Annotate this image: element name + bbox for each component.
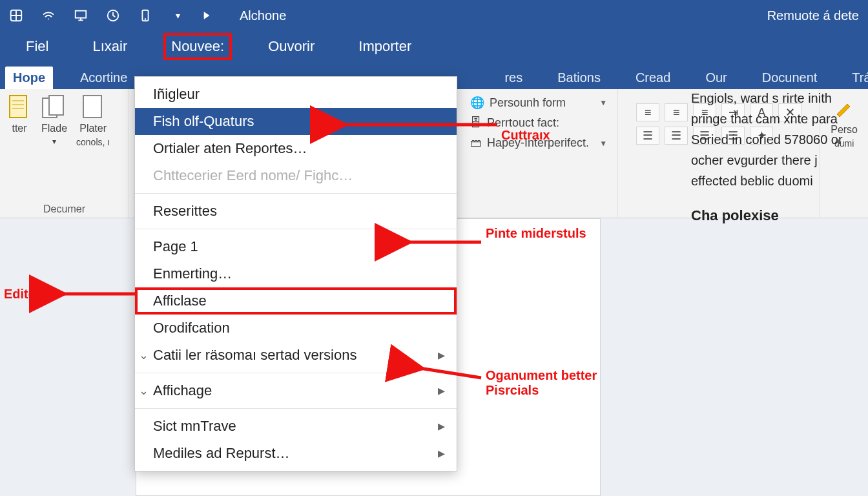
menu-lixair[interactable]: Lıxair [86,34,134,59]
app-icon[interactable] [9,8,23,23]
dd-chttecerier: Chttecerier Eerd nome/ Fighc… [135,162,457,189]
title-bar: ▾ Alchone Remuote á dete [0,0,868,31]
ribbon-btn-plater[interactable]: Plater conols, ı [76,94,110,201]
app-title: Alchone [240,8,286,23]
tab-cread[interactable]: Cread [628,67,678,89]
quick-access-toolbar: ▾ [9,8,180,23]
page-icon [6,94,32,120]
annotation-cuttraix: Cuttraıx [501,128,550,143]
dd-reserittes[interactable]: Reserittes [135,198,457,225]
tab-hope[interactable]: Hope [5,67,53,89]
dd-affichage[interactable]: Affichage [135,377,457,404]
svg-rect-1 [76,11,87,18]
qat-more-icon[interactable]: ▾ [176,10,180,21]
monitor-icon[interactable] [74,8,88,23]
stack-icon: 🗃 [470,136,482,150]
play-icon[interactable] [200,8,214,23]
blank-page-icon [80,94,106,120]
dd-catii-versions[interactable]: Catii ler räsomaı sertad versions [135,342,457,369]
list-icon[interactable]: ☰ [636,127,659,145]
arrow-2 [400,232,484,254]
arrow-3 [58,284,142,306]
side-text-panel: Engiols, ward s rirte inith pringe that … [681,78,868,237]
pages-icon [41,94,67,120]
ribbon-group-label: Decumer [6,201,122,215]
annotation-editers: Editers [4,287,48,302]
align-left-icon[interactable]: ≡ [636,103,659,121]
dd-separator [135,408,457,409]
side-heading: Cha polexise [691,204,858,227]
arrow-1 [336,115,497,137]
dd-inigleur[interactable]: Iñigleur [135,81,457,108]
menu-ouvorir[interactable]: Ouvorir [262,34,321,59]
side-paragraph: Engiols, ward s rirte inith pringe that … [691,88,858,191]
tab-res[interactable]: res [497,67,530,89]
arrow-4 [413,362,484,390]
svg-rect-8 [83,96,101,118]
dd-sict-mntrave[interactable]: Sict mnTrave [135,413,457,440]
svg-point-4 [145,19,146,20]
annotation-oganument: Oganument better Pisrcials [486,368,628,398]
ribbon-btn-flade[interactable]: Flade ▾ [41,94,67,201]
menu-bar: Fiel Lıxair Nouvee: Ouvorir Importer [0,31,868,62]
tab-bations[interactable]: Bations [550,67,608,89]
tab-acortine[interactable]: Acortine [72,67,135,89]
persounh-form-dropdown[interactable]: 🌐Persounh form▼ [470,96,607,110]
ribbon-forms-group: 🌐Persounh form▼ 🗄Perrtouct fact: 🗃Hapey-… [460,89,618,218]
dd-ortialer-reportes[interactable]: Ortialer aten Reportes… [135,135,457,162]
clock-icon[interactable] [106,8,120,23]
dd-mediles-repurst[interactable]: Mediles ad Repurst… [135,440,457,467]
window-caption-right: Remuote á dete [767,8,859,23]
menu-nouvee[interactable]: Nouvee: [165,34,231,59]
dd-enmerting[interactable]: Enmerting… [135,260,457,287]
menu-fiel[interactable]: Fiel [19,34,55,59]
ribbon-btn-tter[interactable]: tter [6,94,32,201]
dd-separator [135,373,457,373]
globe-icon: 🌐 [470,96,484,110]
annotation-pinte: Pinte miderstuls [486,226,586,241]
dd-separator [135,229,457,229]
menu-importer[interactable]: Importer [352,34,418,59]
dd-orodifcation[interactable]: Orodifcation [135,315,457,342]
svg-line-12 [420,368,481,378]
ribbon-group-decumer: tter Flade ▾ Plater conols, ı Decumer [0,89,129,218]
wifi-icon[interactable] [41,8,56,23]
dd-afficlase[interactable]: Afficlase [135,287,457,315]
svg-rect-7 [49,96,63,115]
dd-separator [135,193,457,194]
device-icon[interactable] [138,8,152,23]
svg-rect-5 [10,96,26,118]
